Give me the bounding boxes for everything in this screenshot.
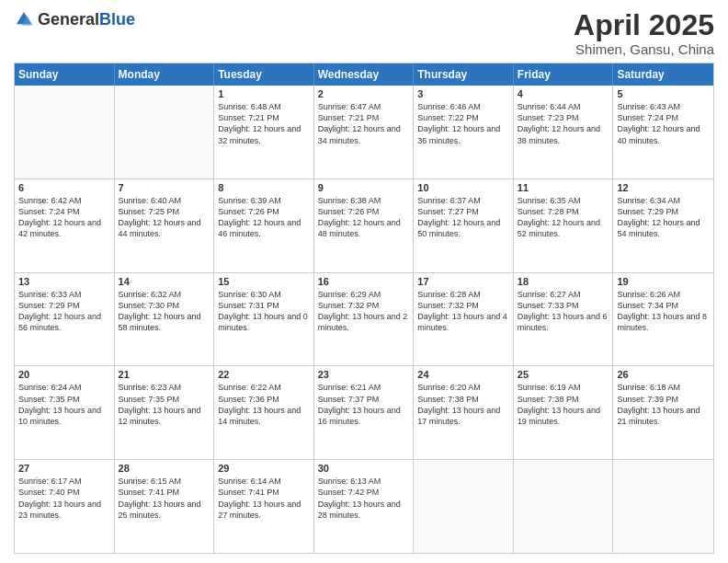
calendar-cell: 23Sunrise: 6:21 AM Sunset: 7:37 PM Dayli… (314, 366, 415, 459)
weekday-header: Sunday (15, 63, 115, 86)
logo-text: GeneralBlue (38, 11, 135, 29)
cell-info: Sunrise: 6:17 AM Sunset: 7:40 PM Dayligh… (18, 476, 110, 521)
weekday-header: Saturday (613, 63, 713, 86)
cell-info: Sunrise: 6:46 AM Sunset: 7:22 PM Dayligh… (417, 101, 509, 146)
title-location: Shimen, Gansu, China (574, 41, 714, 57)
calendar-cell: 3Sunrise: 6:46 AM Sunset: 7:22 PM Daylig… (414, 86, 514, 178)
calendar: SundayMondayTuesdayWednesdayThursdayFrid… (14, 63, 714, 554)
cell-info: Sunrise: 6:42 AM Sunset: 7:24 PM Dayligh… (18, 195, 110, 240)
day-number: 22 (218, 369, 310, 380)
calendar-cell: 9Sunrise: 6:38 AM Sunset: 7:26 PM Daylig… (314, 179, 415, 272)
cell-info: Sunrise: 6:44 AM Sunset: 7:23 PM Dayligh… (518, 101, 609, 146)
calendar-body: 1Sunrise: 6:48 AM Sunset: 7:21 PM Daylig… (15, 86, 713, 553)
cell-info: Sunrise: 6:19 AM Sunset: 7:38 PM Dayligh… (518, 382, 609, 427)
day-number: 13 (18, 276, 110, 287)
calendar-cell: 16Sunrise: 6:29 AM Sunset: 7:32 PM Dayli… (314, 273, 415, 366)
calendar-cell: 27Sunrise: 6:17 AM Sunset: 7:40 PM Dayli… (15, 460, 115, 553)
calendar-row: 6Sunrise: 6:42 AM Sunset: 7:24 PM Daylig… (15, 178, 713, 272)
day-number: 10 (417, 182, 509, 193)
day-number: 14 (119, 276, 210, 287)
day-number: 3 (417, 88, 509, 99)
day-number: 5 (617, 88, 710, 99)
day-number: 9 (318, 182, 410, 193)
title-month: April 2025 (574, 9, 714, 41)
cell-info: Sunrise: 6:28 AM Sunset: 7:32 PM Dayligh… (417, 289, 509, 334)
cell-info: Sunrise: 6:48 AM Sunset: 7:21 PM Dayligh… (218, 101, 310, 146)
weekday-header: Wednesday (314, 63, 415, 86)
calendar-cell: 24Sunrise: 6:20 AM Sunset: 7:38 PM Dayli… (414, 366, 514, 459)
day-number: 18 (518, 276, 609, 287)
day-number: 6 (18, 182, 110, 193)
day-number: 7 (119, 182, 210, 193)
cell-info: Sunrise: 6:27 AM Sunset: 7:33 PM Dayligh… (518, 289, 609, 334)
day-number: 30 (318, 463, 410, 474)
day-number: 23 (318, 369, 410, 380)
day-number: 29 (218, 463, 310, 474)
cell-info: Sunrise: 6:13 AM Sunset: 7:42 PM Dayligh… (318, 476, 410, 521)
cell-info: Sunrise: 6:23 AM Sunset: 7:35 PM Dayligh… (119, 382, 210, 427)
cell-info: Sunrise: 6:35 AM Sunset: 7:28 PM Dayligh… (518, 195, 609, 240)
calendar-cell: 29Sunrise: 6:14 AM Sunset: 7:41 PM Dayli… (214, 460, 314, 553)
calendar-cell: 14Sunrise: 6:32 AM Sunset: 7:30 PM Dayli… (115, 273, 215, 366)
calendar-cell: 18Sunrise: 6:27 AM Sunset: 7:33 PM Dayli… (514, 273, 614, 366)
calendar-cell: 19Sunrise: 6:26 AM Sunset: 7:34 PM Dayli… (613, 273, 713, 366)
cell-info: Sunrise: 6:37 AM Sunset: 7:27 PM Dayligh… (417, 195, 509, 240)
cell-info: Sunrise: 6:32 AM Sunset: 7:30 PM Dayligh… (119, 289, 210, 334)
day-number: 11 (518, 182, 609, 193)
calendar-cell: 8Sunrise: 6:39 AM Sunset: 7:26 PM Daylig… (214, 179, 314, 272)
calendar-cell: 17Sunrise: 6:28 AM Sunset: 7:32 PM Dayli… (414, 273, 514, 366)
cell-info: Sunrise: 6:20 AM Sunset: 7:38 PM Dayligh… (417, 382, 509, 427)
calendar-cell: 22Sunrise: 6:22 AM Sunset: 7:36 PM Dayli… (214, 366, 314, 459)
day-number: 25 (518, 369, 609, 380)
calendar-cell: 7Sunrise: 6:40 AM Sunset: 7:25 PM Daylig… (115, 179, 215, 272)
calendar-cell (15, 86, 115, 178)
calendar-page: GeneralBlue April 2025 Shimen, Gansu, Ch… (0, 0, 728, 563)
calendar-cell: 4Sunrise: 6:44 AM Sunset: 7:23 PM Daylig… (514, 86, 614, 178)
header: GeneralBlue April 2025 Shimen, Gansu, Ch… (14, 9, 714, 57)
calendar-cell (514, 460, 614, 553)
cell-info: Sunrise: 6:40 AM Sunset: 7:25 PM Dayligh… (119, 195, 210, 240)
day-number: 16 (318, 276, 410, 287)
logo-blue: Blue (99, 10, 135, 29)
cell-info: Sunrise: 6:43 AM Sunset: 7:24 PM Dayligh… (617, 101, 710, 146)
day-number: 21 (119, 369, 210, 380)
cell-info: Sunrise: 6:34 AM Sunset: 7:29 PM Dayligh… (617, 195, 710, 240)
calendar-cell: 11Sunrise: 6:35 AM Sunset: 7:28 PM Dayli… (514, 179, 614, 272)
cell-info: Sunrise: 6:39 AM Sunset: 7:26 PM Dayligh… (218, 195, 310, 240)
calendar-cell: 2Sunrise: 6:47 AM Sunset: 7:21 PM Daylig… (314, 86, 415, 178)
day-number: 24 (417, 369, 509, 380)
calendar-row: 27Sunrise: 6:17 AM Sunset: 7:40 PM Dayli… (15, 459, 713, 553)
day-number: 20 (18, 369, 110, 380)
day-number: 12 (617, 182, 710, 193)
calendar-cell: 5Sunrise: 6:43 AM Sunset: 7:24 PM Daylig… (613, 86, 713, 178)
weekday-header: Thursday (414, 63, 514, 86)
calendar-cell: 25Sunrise: 6:19 AM Sunset: 7:38 PM Dayli… (514, 366, 614, 459)
calendar-header: SundayMondayTuesdayWednesdayThursdayFrid… (15, 63, 713, 86)
calendar-row: 13Sunrise: 6:33 AM Sunset: 7:29 PM Dayli… (15, 272, 713, 366)
logo: GeneralBlue (14, 9, 135, 29)
day-number: 8 (218, 182, 310, 193)
day-number: 4 (518, 88, 609, 99)
weekday-header: Tuesday (214, 63, 314, 86)
cell-info: Sunrise: 6:14 AM Sunset: 7:41 PM Dayligh… (218, 476, 310, 521)
day-number: 19 (617, 276, 710, 287)
calendar-cell: 15Sunrise: 6:30 AM Sunset: 7:31 PM Dayli… (214, 273, 314, 366)
day-number: 28 (119, 463, 210, 474)
title-block: April 2025 Shimen, Gansu, China (574, 9, 714, 57)
cell-info: Sunrise: 6:47 AM Sunset: 7:21 PM Dayligh… (318, 101, 410, 146)
calendar-cell: 20Sunrise: 6:24 AM Sunset: 7:35 PM Dayli… (15, 366, 115, 459)
calendar-cell (115, 86, 215, 178)
calendar-cell: 10Sunrise: 6:37 AM Sunset: 7:27 PM Dayli… (414, 179, 514, 272)
cell-info: Sunrise: 6:30 AM Sunset: 7:31 PM Dayligh… (218, 289, 310, 334)
cell-info: Sunrise: 6:15 AM Sunset: 7:41 PM Dayligh… (119, 476, 210, 521)
weekday-header: Monday (115, 63, 215, 86)
day-number: 26 (617, 369, 710, 380)
calendar-cell (414, 460, 514, 553)
logo-general: General (38, 10, 99, 29)
calendar-cell: 30Sunrise: 6:13 AM Sunset: 7:42 PM Dayli… (314, 460, 415, 553)
calendar-cell (613, 460, 713, 553)
cell-info: Sunrise: 6:33 AM Sunset: 7:29 PM Dayligh… (18, 289, 110, 334)
calendar-cell: 13Sunrise: 6:33 AM Sunset: 7:29 PM Dayli… (15, 273, 115, 366)
day-number: 27 (18, 463, 110, 474)
cell-info: Sunrise: 6:21 AM Sunset: 7:37 PM Dayligh… (318, 382, 410, 427)
